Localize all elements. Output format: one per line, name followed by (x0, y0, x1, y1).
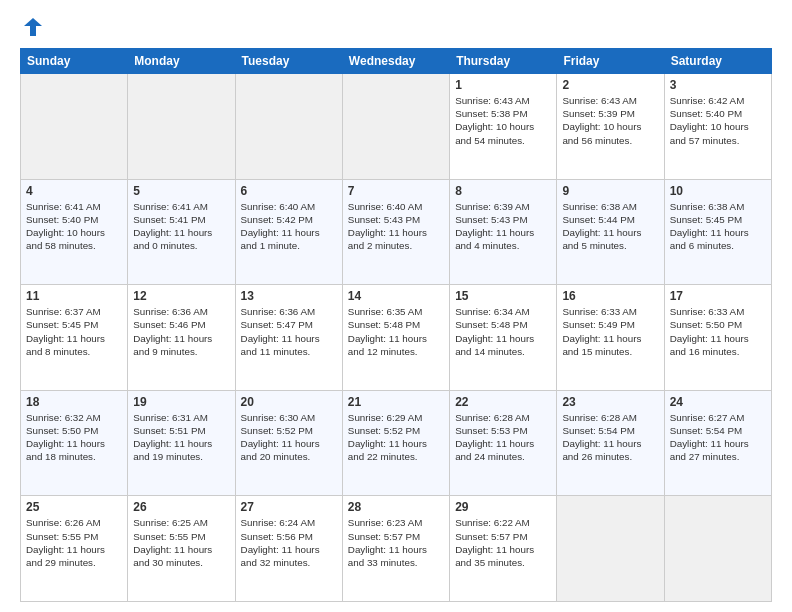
calendar-cell (21, 74, 128, 180)
calendar-cell (664, 496, 771, 602)
calendar-cell (557, 496, 664, 602)
day-info: Sunrise: 6:29 AMSunset: 5:52 PMDaylight:… (348, 411, 444, 464)
weekday-header: Saturday (664, 49, 771, 74)
calendar-cell: 18Sunrise: 6:32 AMSunset: 5:50 PMDayligh… (21, 390, 128, 496)
calendar-cell: 24Sunrise: 6:27 AMSunset: 5:54 PMDayligh… (664, 390, 771, 496)
calendar-cell: 20Sunrise: 6:30 AMSunset: 5:52 PMDayligh… (235, 390, 342, 496)
day-number: 21 (348, 395, 444, 409)
calendar-cell: 23Sunrise: 6:28 AMSunset: 5:54 PMDayligh… (557, 390, 664, 496)
weekday-row: SundayMondayTuesdayWednesdayThursdayFrid… (21, 49, 772, 74)
calendar-cell: 9Sunrise: 6:38 AMSunset: 5:44 PMDaylight… (557, 179, 664, 285)
calendar-cell: 4Sunrise: 6:41 AMSunset: 5:40 PMDaylight… (21, 179, 128, 285)
calendar-header: SundayMondayTuesdayWednesdayThursdayFrid… (21, 49, 772, 74)
day-info: Sunrise: 6:34 AMSunset: 5:48 PMDaylight:… (455, 305, 551, 358)
calendar-cell: 25Sunrise: 6:26 AMSunset: 5:55 PMDayligh… (21, 496, 128, 602)
calendar-cell: 27Sunrise: 6:24 AMSunset: 5:56 PMDayligh… (235, 496, 342, 602)
day-info: Sunrise: 6:37 AMSunset: 5:45 PMDaylight:… (26, 305, 122, 358)
logo-bird-icon (22, 16, 44, 42)
calendar-week-row: 18Sunrise: 6:32 AMSunset: 5:50 PMDayligh… (21, 390, 772, 496)
day-number: 17 (670, 289, 766, 303)
day-info: Sunrise: 6:36 AMSunset: 5:46 PMDaylight:… (133, 305, 229, 358)
day-info: Sunrise: 6:40 AMSunset: 5:43 PMDaylight:… (348, 200, 444, 253)
calendar-week-row: 25Sunrise: 6:26 AMSunset: 5:55 PMDayligh… (21, 496, 772, 602)
day-number: 8 (455, 184, 551, 198)
calendar-cell: 26Sunrise: 6:25 AMSunset: 5:55 PMDayligh… (128, 496, 235, 602)
day-number: 15 (455, 289, 551, 303)
day-number: 24 (670, 395, 766, 409)
day-info: Sunrise: 6:24 AMSunset: 5:56 PMDaylight:… (241, 516, 337, 569)
calendar-cell: 22Sunrise: 6:28 AMSunset: 5:53 PMDayligh… (450, 390, 557, 496)
day-number: 7 (348, 184, 444, 198)
day-info: Sunrise: 6:23 AMSunset: 5:57 PMDaylight:… (348, 516, 444, 569)
day-number: 2 (562, 78, 658, 92)
day-number: 16 (562, 289, 658, 303)
day-number: 25 (26, 500, 122, 514)
weekday-header: Monday (128, 49, 235, 74)
day-number: 22 (455, 395, 551, 409)
day-info: Sunrise: 6:30 AMSunset: 5:52 PMDaylight:… (241, 411, 337, 464)
day-number: 18 (26, 395, 122, 409)
day-number: 11 (26, 289, 122, 303)
day-info: Sunrise: 6:28 AMSunset: 5:54 PMDaylight:… (562, 411, 658, 464)
page-header (20, 16, 772, 42)
day-info: Sunrise: 6:41 AMSunset: 5:41 PMDaylight:… (133, 200, 229, 253)
day-number: 19 (133, 395, 229, 409)
calendar-cell: 16Sunrise: 6:33 AMSunset: 5:49 PMDayligh… (557, 285, 664, 391)
day-number: 20 (241, 395, 337, 409)
calendar-cell: 15Sunrise: 6:34 AMSunset: 5:48 PMDayligh… (450, 285, 557, 391)
calendar-cell: 1Sunrise: 6:43 AMSunset: 5:38 PMDaylight… (450, 74, 557, 180)
day-info: Sunrise: 6:42 AMSunset: 5:40 PMDaylight:… (670, 94, 766, 147)
day-info: Sunrise: 6:25 AMSunset: 5:55 PMDaylight:… (133, 516, 229, 569)
day-number: 10 (670, 184, 766, 198)
day-info: Sunrise: 6:33 AMSunset: 5:49 PMDaylight:… (562, 305, 658, 358)
calendar-week-row: 4Sunrise: 6:41 AMSunset: 5:40 PMDaylight… (21, 179, 772, 285)
logo (20, 16, 44, 42)
calendar-cell: 29Sunrise: 6:22 AMSunset: 5:57 PMDayligh… (450, 496, 557, 602)
day-info: Sunrise: 6:36 AMSunset: 5:47 PMDaylight:… (241, 305, 337, 358)
calendar-cell: 21Sunrise: 6:29 AMSunset: 5:52 PMDayligh… (342, 390, 449, 496)
calendar-cell: 6Sunrise: 6:40 AMSunset: 5:42 PMDaylight… (235, 179, 342, 285)
calendar-cell: 10Sunrise: 6:38 AMSunset: 5:45 PMDayligh… (664, 179, 771, 285)
day-number: 9 (562, 184, 658, 198)
calendar-table: SundayMondayTuesdayWednesdayThursdayFrid… (20, 48, 772, 602)
calendar-cell: 8Sunrise: 6:39 AMSunset: 5:43 PMDaylight… (450, 179, 557, 285)
day-info: Sunrise: 6:43 AMSunset: 5:38 PMDaylight:… (455, 94, 551, 147)
calendar-cell: 3Sunrise: 6:42 AMSunset: 5:40 PMDaylight… (664, 74, 771, 180)
weekday-header: Friday (557, 49, 664, 74)
day-number: 27 (241, 500, 337, 514)
day-number: 26 (133, 500, 229, 514)
weekday-header: Tuesday (235, 49, 342, 74)
day-number: 1 (455, 78, 551, 92)
day-info: Sunrise: 6:32 AMSunset: 5:50 PMDaylight:… (26, 411, 122, 464)
day-info: Sunrise: 6:28 AMSunset: 5:53 PMDaylight:… (455, 411, 551, 464)
day-number: 14 (348, 289, 444, 303)
day-info: Sunrise: 6:27 AMSunset: 5:54 PMDaylight:… (670, 411, 766, 464)
day-info: Sunrise: 6:33 AMSunset: 5:50 PMDaylight:… (670, 305, 766, 358)
calendar-cell: 2Sunrise: 6:43 AMSunset: 5:39 PMDaylight… (557, 74, 664, 180)
day-info: Sunrise: 6:39 AMSunset: 5:43 PMDaylight:… (455, 200, 551, 253)
day-number: 23 (562, 395, 658, 409)
day-number: 28 (348, 500, 444, 514)
calendar-body: 1Sunrise: 6:43 AMSunset: 5:38 PMDaylight… (21, 74, 772, 602)
calendar-cell (342, 74, 449, 180)
day-info: Sunrise: 6:38 AMSunset: 5:45 PMDaylight:… (670, 200, 766, 253)
calendar-week-row: 11Sunrise: 6:37 AMSunset: 5:45 PMDayligh… (21, 285, 772, 391)
calendar-week-row: 1Sunrise: 6:43 AMSunset: 5:38 PMDaylight… (21, 74, 772, 180)
calendar-cell: 12Sunrise: 6:36 AMSunset: 5:46 PMDayligh… (128, 285, 235, 391)
calendar-cell: 13Sunrise: 6:36 AMSunset: 5:47 PMDayligh… (235, 285, 342, 391)
calendar-cell: 17Sunrise: 6:33 AMSunset: 5:50 PMDayligh… (664, 285, 771, 391)
weekday-header: Sunday (21, 49, 128, 74)
svg-marker-0 (24, 18, 42, 36)
day-info: Sunrise: 6:22 AMSunset: 5:57 PMDaylight:… (455, 516, 551, 569)
calendar-cell: 11Sunrise: 6:37 AMSunset: 5:45 PMDayligh… (21, 285, 128, 391)
calendar-cell: 14Sunrise: 6:35 AMSunset: 5:48 PMDayligh… (342, 285, 449, 391)
calendar-cell (235, 74, 342, 180)
day-info: Sunrise: 6:40 AMSunset: 5:42 PMDaylight:… (241, 200, 337, 253)
calendar-cell: 28Sunrise: 6:23 AMSunset: 5:57 PMDayligh… (342, 496, 449, 602)
day-number: 12 (133, 289, 229, 303)
day-info: Sunrise: 6:35 AMSunset: 5:48 PMDaylight:… (348, 305, 444, 358)
day-info: Sunrise: 6:38 AMSunset: 5:44 PMDaylight:… (562, 200, 658, 253)
day-number: 3 (670, 78, 766, 92)
day-number: 5 (133, 184, 229, 198)
weekday-header: Wednesday (342, 49, 449, 74)
